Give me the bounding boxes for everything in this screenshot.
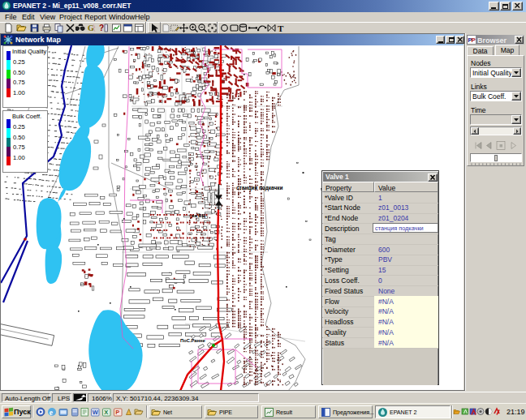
svg-text:X: X: [104, 409, 108, 416]
svg-text:T: T: [278, 24, 284, 33]
svg-text:станция подкачки: станция подкачки: [236, 185, 283, 191]
svg-text:W: W: [93, 409, 99, 416]
svg-text:на ВЦ: на ВЦ: [192, 213, 206, 218]
svg-text:P: P: [472, 36, 476, 44]
svg-text:?: ?: [99, 24, 104, 32]
svg-text:P: P: [115, 409, 119, 416]
svg-text:e: e: [50, 408, 53, 416]
svg-text:ПоС.Ранне: ПоС.Ранне: [180, 338, 206, 343]
